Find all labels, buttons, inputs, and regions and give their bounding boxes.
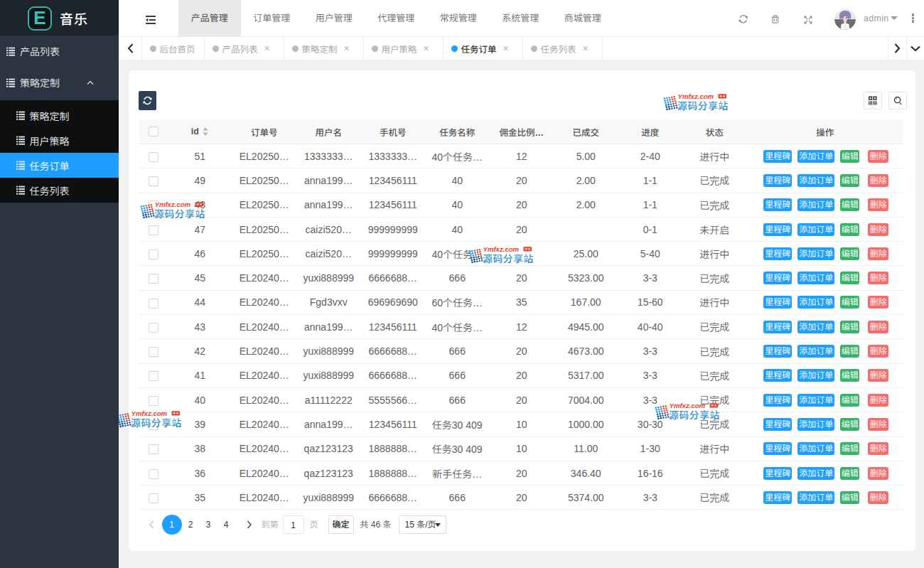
svg-text:源码分享站: 源码分享站 xyxy=(131,415,182,429)
svg-text:源码分享站: 源码分享站 xyxy=(669,407,720,421)
svg-text:源码分享站: 源码分享站 xyxy=(483,251,534,264)
svg-text:源码分享站: 源码分享站 xyxy=(677,98,729,112)
svg-text:源码分享站: 源码分享站 xyxy=(154,206,205,220)
